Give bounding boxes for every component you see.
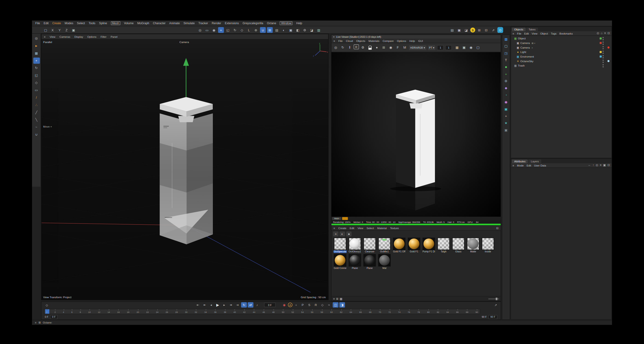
live-viewer-menu-item[interactable]: Objects	[356, 39, 365, 42]
kernel-dropdown[interactable]: PT▾	[428, 45, 436, 50]
up-arrow-icon[interactable]: ↑	[592, 164, 594, 167]
render-pass-tab[interactable]	[342, 217, 348, 220]
move-tool-icon[interactable]: +	[33, 58, 40, 64]
object-row-object[interactable]: ▦ Object	[511, 36, 612, 41]
viewport-menu-item[interactable]: Filter	[100, 35, 106, 38]
material-thumbnail[interactable]	[378, 254, 391, 267]
object-tag-icons[interactable]: ⊠ ×	[532, 42, 536, 44]
material-thumbnail[interactable]	[467, 238, 479, 250]
spline-tool-icon[interactable]: ~	[33, 124, 40, 130]
greyscalegorilla-badge[interactable]: S	[470, 28, 475, 33]
add-object-icon[interactable]: +	[503, 72, 509, 77]
object-label[interactable]: Light	[520, 51, 526, 54]
lock-icon[interactable]: ▣	[603, 164, 606, 167]
material-item[interactable]: Gold F1	[407, 238, 421, 253]
viewport-menu-item[interactable]: Display	[74, 35, 83, 38]
render-view[interactable]	[332, 52, 501, 217]
texture-mode-icon[interactable]: ◳	[503, 51, 509, 56]
object-label[interactable]: OctaneSky	[520, 60, 533, 63]
panel-tab[interactable]: Takes	[526, 28, 538, 31]
prev-key-button[interactable]: ↞	[202, 302, 208, 307]
texture-mode-icon[interactable]: ▦	[33, 50, 40, 56]
lv-restart-icon[interactable]: ↻	[340, 44, 346, 51]
material-item[interactable]: Plane	[348, 254, 362, 269]
lv-field-1[interactable]: 1	[437, 45, 444, 50]
filter-icon[interactable]: ≡	[600, 164, 602, 167]
rotate-tool-icon[interactable]: ↻	[232, 27, 238, 33]
object-tag-icons[interactable]: ×	[532, 46, 533, 49]
search-icon[interactable]: ◎	[596, 32, 599, 35]
keyframe-mode-b[interactable]: ◨	[339, 302, 345, 307]
material-label[interactable]: Inside	[484, 250, 492, 253]
pen-tool-icon[interactable]: /	[33, 95, 40, 101]
lv-cube-icon[interactable]: ▦	[454, 44, 460, 51]
lv-material-ball-icon[interactable]: ●	[374, 44, 380, 51]
hamburger-icon[interactable]: ≡	[513, 32, 514, 35]
material-menu-item[interactable]: Edit	[350, 227, 354, 230]
material-thumbnail[interactable]	[452, 238, 464, 250]
live-selection-icon[interactable]: ◎	[197, 27, 203, 33]
visibility-dots[interactable]	[602, 50, 604, 54]
axis-x-lock[interactable]: X	[50, 27, 56, 33]
keyframe-mode-a[interactable]: ◫	[332, 302, 338, 307]
material-item[interactable]: Pump F1 Di	[421, 238, 436, 253]
material-label[interactable]: Gold F1 Off	[392, 250, 406, 253]
material-menu-item[interactable]: Material	[377, 227, 387, 230]
home-icon[interactable]: ⌂	[601, 32, 602, 35]
material-menu-item[interactable]: Create	[338, 227, 346, 230]
next-key-button[interactable]: ↠	[228, 302, 234, 307]
camera-icon[interactable]: ▣	[456, 27, 462, 33]
rotate-tool-icon[interactable]: ↻	[33, 65, 40, 71]
material-label[interactable]: Mat	[382, 267, 387, 269]
record-rotation-toggle[interactable]: R	[313, 302, 319, 307]
loop-toggle[interactable]: ↻	[241, 302, 247, 307]
material-item[interactable]: Inside	[480, 238, 495, 253]
viewport-solo-icon[interactable]: ◐	[281, 27, 286, 33]
object-label[interactable]: Camera	[520, 42, 530, 44]
material-thumbnail[interactable]	[334, 254, 346, 267]
workplane-mode-icon[interactable]: ▭	[33, 87, 40, 93]
select-arrow-icon[interactable]: ►	[33, 43, 40, 49]
add-material-button[interactable]: +	[333, 231, 338, 236]
visibility-dots[interactable]	[602, 41, 604, 44]
hamburger-icon[interactable]: ≡	[44, 35, 46, 38]
camera-label[interactable]: Camera	[180, 41, 189, 44]
object-row-environment[interactable]: ▦ Enviroment	[511, 54, 612, 59]
viewport-menu-item[interactable]: View	[50, 35, 56, 38]
record-position-toggle[interactable]: P	[300, 302, 306, 307]
layer-color-chip[interactable]	[600, 37, 602, 39]
object-menu-item[interactable]: Object	[540, 32, 548, 35]
menu-item[interactable]: MoGraph	[137, 22, 149, 25]
keyframe-diamond-button[interactable]: ◇	[44, 302, 50, 308]
material-thumbnail[interactable]	[364, 238, 376, 250]
hamburger-icon[interactable]: ≡	[35, 321, 36, 324]
render-pass-tab[interactable]: Main	[332, 217, 341, 220]
menu-item[interactable]: Render	[212, 22, 221, 25]
attribute-menu-item[interactable]: Mode	[517, 164, 524, 167]
axis-y-lock[interactable]: Y	[56, 27, 62, 33]
lv-region-icon[interactable]: R	[354, 44, 359, 49]
material-thumbnail[interactable]	[438, 238, 450, 250]
timeline-ruler[interactable]: 0246810121416182022242628303234363840424…	[44, 309, 480, 314]
material-label[interactable]: Plane	[366, 267, 373, 269]
axis-z-lock[interactable]: Z	[64, 27, 70, 33]
diamond-icon[interactable]: ◆	[503, 85, 509, 91]
large-grid-view-icon[interactable]: ▦	[340, 297, 342, 300]
object-row-light[interactable]: ● Light	[511, 50, 612, 54]
hamburger-icon[interactable]: ≡	[513, 164, 514, 167]
menu-item[interactable]: Create	[52, 22, 61, 25]
current-frame-field[interactable]: 0 F	[264, 302, 276, 307]
thumbnail-size-slider[interactable]	[488, 298, 499, 299]
y-axis-handle[interactable]	[183, 58, 189, 97]
material-item[interactable]: Gold Conne	[332, 254, 347, 269]
material-thumbnail[interactable]	[364, 254, 376, 267]
live-viewer-menu-item[interactable]: Materials	[368, 39, 379, 42]
viewport-menu-item[interactable]: Options	[87, 35, 96, 38]
material-label[interactable]: Pump F1 Di	[422, 250, 436, 253]
material-label[interactable]: Gold Conne	[333, 267, 347, 269]
modeling-axis-icon[interactable]: ◇	[239, 27, 245, 33]
menu-item[interactable]: Extensions	[225, 22, 239, 25]
live-viewer-menu-item[interactable]: File	[338, 39, 343, 42]
lv-mesh-icon[interactable]: M	[402, 44, 408, 51]
material-label[interactable]: OctSpecula	[334, 250, 346, 253]
